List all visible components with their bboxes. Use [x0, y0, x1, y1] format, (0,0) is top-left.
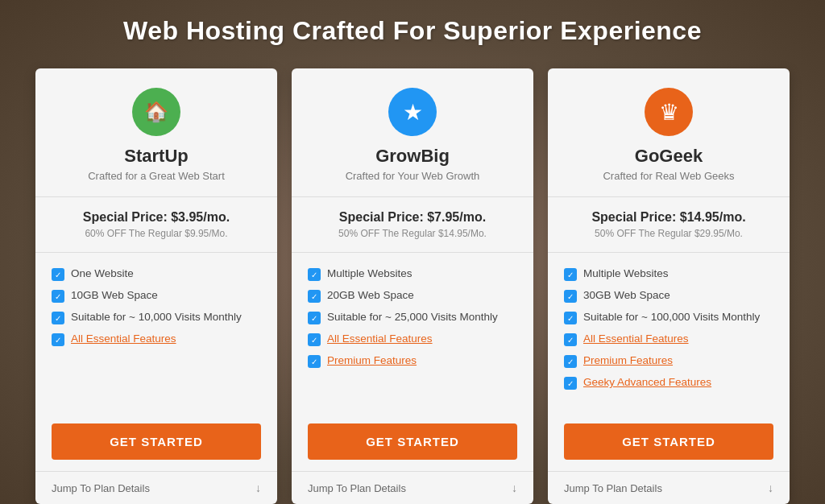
plan-cta-growbig: GET STARTED — [292, 412, 533, 471]
check-icon-startup-2: ✓ — [52, 312, 64, 324]
feature-link-growbig-3[interactable]: All Essential Features — [327, 333, 433, 345]
feature-item-startup-1: ✓10GB Web Space — [52, 289, 261, 303]
feature-item-growbig-3: ✓All Essential Features — [308, 333, 517, 346]
feature-item-startup-2: ✓Suitable for ~ 10,000 Visits Monthly — [52, 311, 261, 324]
arrow-down-icon-growbig: ↓ — [512, 481, 517, 494]
feature-text-gogeek-1: 30GB Web Space — [583, 289, 670, 301]
plan-features-growbig: ✓Multiple Websites✓20GB Web Space✓Suitab… — [292, 253, 533, 412]
plan-name-growbig: GrowBig — [308, 146, 517, 167]
feature-item-gogeek-5: ✓Geeky Advanced Features — [564, 376, 773, 390]
plan-header-gogeek: ♛GoGeekCrafted for Real Web Geeks — [548, 68, 790, 197]
plan-cta-startup: GET STARTED — [35, 412, 277, 471]
check-icon-growbig-1: ✓ — [308, 290, 321, 303]
plan-footer-label-startup: Jump To Plan Details — [52, 482, 150, 494]
plans-container: 🏠StartUpCrafted for a Great Web StartSpe… — [18, 68, 807, 504]
check-icon-startup-0: ✓ — [52, 268, 64, 281]
plan-icon-startup: 🏠 — [132, 88, 180, 136]
plan-pricing-startup: Special Price: $3.95/mo.60% OFF The Regu… — [35, 197, 277, 253]
arrow-down-icon-gogeek: ↓ — [768, 481, 773, 494]
plan-footer-growbig[interactable]: Jump To Plan Details↓ — [292, 471, 533, 504]
page-title: Web Hosting Crafted For Superior Experie… — [123, 16, 702, 46]
plan-footer-gogeek[interactable]: Jump To Plan Details↓ — [548, 471, 790, 504]
feature-link-growbig-4[interactable]: Premium Features — [327, 354, 417, 366]
plan-card-startup: 🏠StartUpCrafted for a Great Web StartSpe… — [35, 68, 277, 504]
get-started-button-startup[interactable]: GET STARTED — [52, 423, 261, 460]
feature-link-gogeek-4[interactable]: Premium Features — [583, 354, 673, 366]
plan-features-startup: ✓One Website✓10GB Web Space✓Suitable for… — [35, 253, 277, 412]
plan-footer-label-gogeek: Jump To Plan Details — [564, 482, 662, 494]
check-icon-gogeek-5: ✓ — [564, 377, 577, 390]
feature-item-growbig-4: ✓Premium Features — [308, 354, 517, 368]
special-price-startup: Special Price: $3.95/mo. — [52, 210, 261, 225]
feature-text-startup-0: One Website — [71, 267, 134, 279]
arrow-down-icon-startup: ↓ — [255, 481, 261, 494]
get-started-button-growbig[interactable]: GET STARTED — [308, 423, 517, 460]
special-price-growbig: Special Price: $7.95/mo. — [308, 210, 517, 225]
check-icon-gogeek-2: ✓ — [564, 312, 577, 324]
feature-item-gogeek-1: ✓30GB Web Space — [564, 289, 773, 303]
feature-link-gogeek-5[interactable]: Geeky Advanced Features — [583, 376, 711, 388]
check-icon-growbig-3: ✓ — [308, 333, 321, 346]
plan-cta-gogeek: GET STARTED — [548, 412, 790, 471]
feature-link-startup-3[interactable]: All Essential Features — [71, 333, 176, 345]
check-icon-growbig-4: ✓ — [308, 355, 321, 368]
check-icon-gogeek-3: ✓ — [564, 333, 577, 346]
feature-item-growbig-2: ✓Suitable for ~ 25,000 Visits Monthly — [308, 311, 517, 324]
plan-icon-growbig: ★ — [388, 88, 437, 136]
feature-item-gogeek-3: ✓All Essential Features — [564, 333, 773, 346]
check-icon-startup-3: ✓ — [52, 333, 64, 346]
check-icon-startup-1: ✓ — [52, 290, 64, 303]
check-icon-gogeek-0: ✓ — [564, 268, 577, 281]
check-icon-growbig-0: ✓ — [308, 268, 321, 281]
feature-text-growbig-1: 20GB Web Space — [327, 289, 414, 301]
regular-price-gogeek: 50% OFF The Regular $29.95/Mo. — [564, 228, 773, 239]
plan-card-gogeek: ♛GoGeekCrafted for Real Web GeeksSpecial… — [548, 68, 790, 504]
plan-header-growbig: ★GrowBigCrafted for Your Web Growth — [292, 68, 533, 197]
feature-text-gogeek-2: Suitable for ~ 100,000 Visits Monthly — [583, 311, 760, 323]
plan-name-startup: StartUp — [52, 146, 261, 167]
check-icon-growbig-2: ✓ — [308, 312, 321, 324]
plan-header-startup: 🏠StartUpCrafted for a Great Web Start — [35, 68, 277, 197]
plan-footer-label-growbig: Jump To Plan Details — [308, 482, 406, 494]
plan-pricing-gogeek: Special Price: $14.95/mo.50% OFF The Reg… — [548, 197, 790, 253]
plan-features-gogeek: ✓Multiple Websites✓30GB Web Space✓Suitab… — [548, 253, 790, 412]
get-started-button-gogeek[interactable]: GET STARTED — [564, 423, 773, 460]
regular-price-startup: 60% OFF The Regular $9.95/Mo. — [52, 228, 261, 239]
feature-item-startup-3: ✓All Essential Features — [52, 333, 261, 346]
feature-item-gogeek-2: ✓Suitable for ~ 100,000 Visits Monthly — [564, 311, 773, 324]
feature-text-startup-1: 10GB Web Space — [71, 289, 158, 301]
plan-tagline-growbig: Crafted for Your Web Growth — [308, 170, 517, 182]
feature-item-gogeek-4: ✓Premium Features — [564, 354, 773, 368]
feature-item-growbig-1: ✓20GB Web Space — [308, 289, 517, 303]
plan-pricing-growbig: Special Price: $7.95/mo.50% OFF The Regu… — [292, 197, 533, 253]
feature-text-gogeek-0: Multiple Websites — [583, 267, 669, 279]
check-icon-gogeek-1: ✓ — [564, 290, 577, 303]
feature-text-startup-2: Suitable for ~ 10,000 Visits Monthly — [71, 311, 242, 323]
feature-item-startup-0: ✓One Website — [52, 267, 261, 281]
plan-icon-gogeek: ♛ — [645, 88, 693, 136]
check-icon-gogeek-4: ✓ — [564, 355, 577, 368]
plan-card-growbig: ★GrowBigCrafted for Your Web GrowthSpeci… — [292, 68, 533, 504]
feature-item-gogeek-0: ✓Multiple Websites — [564, 267, 773, 281]
feature-text-growbig-0: Multiple Websites — [327, 267, 412, 279]
plan-tagline-gogeek: Crafted for Real Web Geeks — [564, 170, 773, 182]
special-price-gogeek: Special Price: $14.95/mo. — [564, 210, 773, 225]
feature-link-gogeek-3[interactable]: All Essential Features — [583, 333, 689, 345]
feature-item-growbig-0: ✓Multiple Websites — [308, 267, 517, 281]
plan-footer-startup[interactable]: Jump To Plan Details↓ — [35, 471, 277, 504]
regular-price-growbig: 50% OFF The Regular $14.95/Mo. — [308, 228, 517, 239]
plan-tagline-startup: Crafted for a Great Web Start — [52, 170, 261, 182]
feature-text-growbig-2: Suitable for ~ 25,000 Visits Monthly — [327, 311, 498, 323]
plan-name-gogeek: GoGeek — [564, 146, 773, 167]
